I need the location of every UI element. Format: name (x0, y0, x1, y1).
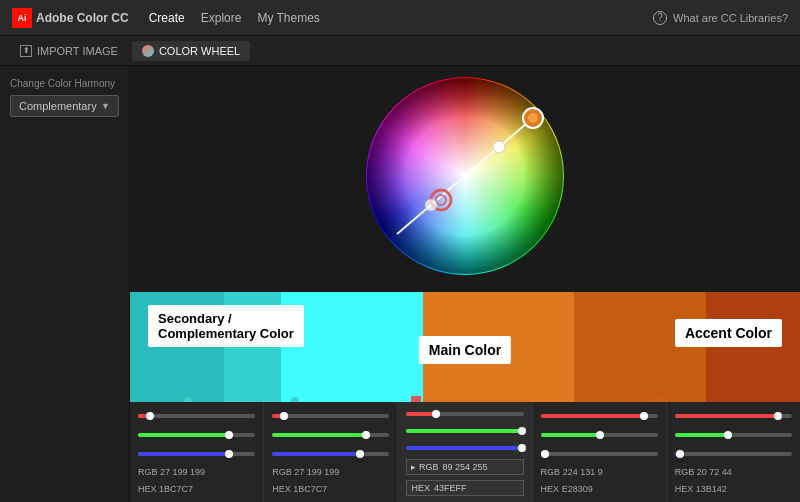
sidebar: Change Color Harmony Complementary ▼ (0, 66, 130, 502)
slider-track-r3[interactable] (406, 412, 523, 416)
slider-r-4 (541, 410, 658, 422)
color-wheel-tab-icon (142, 45, 154, 57)
slider-g-4 (541, 429, 658, 441)
hex-value-2: HEX 1BC7C7 (272, 484, 389, 494)
slider-g-3 (406, 425, 523, 437)
import-icon: ⬆ (20, 45, 32, 57)
annotation-accent: Accent Color (675, 319, 782, 347)
slider-b-4 (541, 448, 658, 460)
nav-my-themes[interactable]: My Themes (257, 11, 319, 25)
hex-value-5: HEX 13B142 (675, 484, 792, 494)
tab-import[interactable]: ⬆ IMPORT IMAGE (10, 41, 128, 61)
rgb-values-2: RGB 27 199 199 (272, 467, 389, 477)
hex-value-4: HEX E28309 (541, 484, 658, 494)
nav-create[interactable]: Create (149, 11, 185, 25)
slider-track-b5[interactable] (675, 452, 792, 456)
annotation-main: Main Color (419, 336, 511, 364)
wheel-area: Secondary /Complementary Color Main Colo… (130, 66, 800, 502)
slider-track-g4[interactable] (541, 433, 658, 437)
header: Ai Adobe Color CC Create Explore My Them… (0, 0, 800, 36)
header-nav: Create Explore My Themes (149, 11, 320, 25)
hex-value-1: HEX 1BC7C7 (138, 484, 255, 494)
color-wheel-svg (365, 76, 565, 276)
slider-track-b1[interactable] (138, 452, 255, 456)
rgb-indicator: ▸ RGB (411, 462, 438, 472)
tab-wheel[interactable]: COLOR WHEEL (132, 41, 250, 61)
active-hex-box: HEX 43FEFF (406, 480, 523, 496)
main-content: Change Color Harmony Complementary ▼ (0, 66, 800, 502)
slider-track-r5[interactable] (675, 414, 792, 418)
question-icon: ? (653, 11, 667, 25)
rgb-label-2: RGB (272, 467, 294, 477)
slider-b-2 (272, 448, 389, 460)
color-col-5: RGB 20 72 44 HEX 13B142 (667, 402, 800, 502)
slider-track-g3[interactable] (406, 429, 523, 433)
slider-track-r4[interactable] (541, 414, 658, 418)
rgb-values-4: RGB 224 131 9 (541, 467, 658, 477)
slider-r-3 (406, 408, 523, 420)
swatch-5[interactable] (574, 292, 706, 402)
slider-track-r2[interactable] (272, 414, 389, 418)
hex-indicator: HEX (411, 483, 430, 493)
slider-b-1 (138, 448, 255, 460)
cc-libraries-link[interactable]: What are CC Libraries? (673, 12, 788, 24)
slider-track-g1[interactable] (138, 433, 255, 437)
rgb-label-5: RGB (675, 467, 697, 477)
rgb-values-1: RGB 27 199 199 (138, 467, 255, 477)
nav-explore[interactable]: Explore (201, 11, 242, 25)
logo: Ai Adobe Color CC (12, 8, 129, 28)
swatch-6[interactable] (706, 292, 800, 402)
slider-b-3 (406, 442, 523, 454)
color-col-1: RGB 27 199 199 HEX 1BC7C7 (130, 402, 264, 502)
slider-r-5 (675, 410, 792, 422)
rgb-label-1: RGB (138, 467, 160, 477)
active-rgb-box: ▸ RGB 89 254 255 (406, 459, 523, 475)
bottom-panel: RGB 27 199 199 HEX 1BC7C7 (130, 402, 800, 502)
svg-point-9 (493, 141, 505, 153)
app-container: Ai Adobe Color CC Create Explore My Them… (0, 0, 800, 502)
slider-track-g5[interactable] (675, 433, 792, 437)
annotation-secondary: Secondary /Complementary Color (148, 305, 304, 347)
svg-point-6 (528, 113, 538, 123)
rgb-label-4: RGB (541, 467, 563, 477)
slider-g-2 (272, 429, 389, 441)
harmony-dropdown[interactable]: Complementary ▼ (10, 95, 119, 117)
slider-track-b2[interactable] (272, 452, 389, 456)
slider-r-1 (138, 410, 255, 422)
slider-track-g2[interactable] (272, 433, 389, 437)
svg-point-10 (425, 199, 437, 211)
slider-track-r1[interactable] (138, 414, 255, 418)
rgb-values-5: RGB 20 72 44 (675, 467, 792, 477)
tabs-bar: ⬆ IMPORT IMAGE COLOR WHEEL (0, 36, 800, 66)
slider-track-b4[interactable] (541, 452, 658, 456)
color-col-2: RGB 27 199 199 HEX 1BC7C7 (264, 402, 398, 502)
slider-g-5 (675, 429, 792, 441)
dropdown-arrow-icon: ▼ (101, 101, 110, 111)
slider-r-2 (272, 410, 389, 422)
slider-track-b3[interactable] (406, 446, 523, 450)
adobe-icon: Ai (12, 8, 32, 28)
header-right: ? What are CC Libraries? (653, 11, 788, 25)
slider-b-5 (675, 448, 792, 460)
logo-text: Adobe Color CC (36, 11, 129, 25)
color-col-4: RGB 224 131 9 HEX E28309 (533, 402, 667, 502)
color-col-3: ▸ RGB 89 254 255 HEX 43FEFF (398, 402, 532, 502)
slider-g-1 (138, 429, 255, 441)
color-wheel[interactable] (365, 76, 565, 276)
harmony-label: Change Color Harmony (10, 78, 119, 89)
